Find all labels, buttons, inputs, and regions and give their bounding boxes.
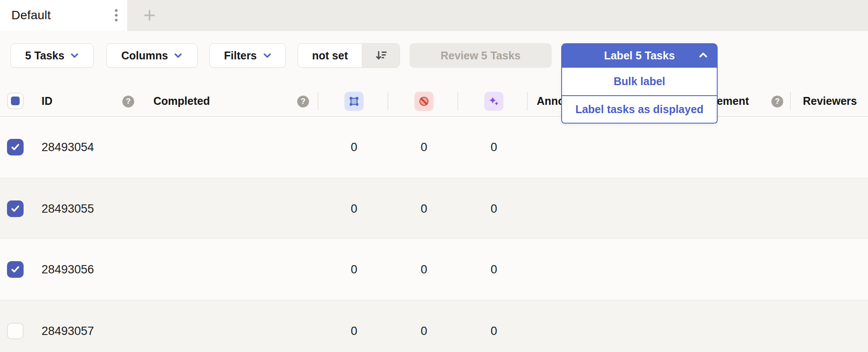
annotations-count-cell: 0 [337, 300, 372, 352]
predictions-count-cell: 0 [476, 117, 511, 178]
label-tasks-label: Label 5 Tasks [604, 49, 675, 62]
column-header-annotations[interactable] [344, 92, 364, 111]
task-id-cell: 28493054 [42, 117, 94, 178]
column-divider [527, 92, 528, 110]
tab-bar-background: + [127, 0, 868, 31]
chevron-down-icon [70, 52, 79, 59]
menu-item-label-tasks-as-displayed[interactable]: Label tasks as displayed [562, 95, 717, 123]
columns-dropdown-button[interactable]: Columns [106, 43, 198, 68]
cancelled-count-cell: 0 [406, 117, 441, 178]
predictions-count-cell: 0 [476, 178, 511, 239]
column-header-id[interactable]: ID [42, 86, 52, 117]
column-header-completed[interactable]: Completed [153, 86, 210, 117]
row-checkbox[interactable] [7, 139, 24, 155]
task-id-cell: 28493057 [42, 300, 94, 352]
table-header: ID ? Completed ? Annotated by Agreement … [0, 86, 868, 117]
table-row[interactable]: 28493055 0 0 0 [0, 178, 868, 239]
task-id-cell: 28493056 [42, 239, 94, 300]
checkmark-icon [10, 266, 20, 273]
table-row[interactable]: 28493056 0 0 0 [0, 239, 868, 300]
tab-default-label: Default [11, 8, 51, 22]
predictions-count-cell: 0 [476, 239, 511, 300]
chevron-down-icon [174, 52, 182, 59]
row-checkbox[interactable] [7, 200, 24, 217]
cancelled-count-cell: 0 [406, 178, 441, 239]
annotations-count-cell: 0 [337, 239, 372, 300]
column-divider [388, 92, 388, 110]
ordering-value-button[interactable]: not set [298, 44, 362, 67]
tasks-count-label: 5 Tasks [25, 49, 65, 62]
add-tab-button[interactable]: + [134, 0, 165, 30]
column-divider [790, 92, 791, 110]
filters-label: Filters [224, 49, 257, 62]
table-row[interactable]: 28493054 0 0 0 [0, 117, 868, 178]
row-checkbox[interactable] [7, 261, 24, 278]
label-tasks-menu: Bulk label Label tasks as displayed [561, 68, 718, 124]
sparkles-predictions-icon [488, 96, 500, 107]
row-checkbox[interactable] [7, 323, 24, 339]
review-tasks-label: Review 5 Tasks [441, 49, 521, 62]
annotations-count-cell: 0 [337, 117, 372, 178]
column-divider [458, 92, 458, 110]
table-row[interactable]: 28493057 0 0 0 [0, 300, 868, 352]
columns-label: Columns [122, 49, 168, 62]
label-tasks-button[interactable]: Label 5 Tasks [561, 43, 718, 68]
column-header-cancelled[interactable] [414, 92, 434, 111]
annotations-count-cell: 0 [337, 178, 372, 239]
chevron-down-icon [263, 52, 271, 59]
checkmark-icon [10, 205, 20, 213]
ordering-control: not set [298, 43, 400, 68]
chevron-up-icon [698, 52, 708, 59]
cancelled-count-cell: 0 [406, 239, 441, 300]
tasks-count-dropdown-button[interactable]: 5 Tasks [10, 43, 94, 68]
column-header-reviewers[interactable]: Reviewers [803, 86, 857, 117]
menu-item-bulk-label[interactable]: Bulk label [562, 68, 717, 95]
predictions-count-cell: 0 [476, 300, 511, 352]
filters-dropdown-button[interactable]: Filters [209, 43, 286, 68]
select-all-checkbox[interactable] [7, 93, 24, 109]
tab-bar: Default + [0, 0, 868, 31]
sort-descending-icon [375, 49, 388, 62]
task-id-cell: 28493055 [42, 178, 94, 239]
help-icon[interactable]: ? [297, 96, 309, 107]
sort-direction-button[interactable] [362, 44, 399, 67]
task-table-body: 28493054 0 0 0 28493055 0 0 0 28493056 0… [0, 117, 868, 352]
column-header-predictions[interactable] [484, 92, 503, 111]
review-tasks-button[interactable]: Review 5 Tasks [410, 43, 552, 68]
column-divider [318, 92, 318, 110]
help-icon[interactable]: ? [771, 96, 783, 107]
tab-menu-kebab-icon[interactable] [108, 6, 125, 24]
checkmark-icon [10, 143, 20, 151]
annotations-region-icon [348, 96, 360, 107]
help-icon[interactable]: ? [122, 96, 134, 107]
cancelled-prohibition-icon [418, 96, 430, 107]
select-all-indeterminate-mark [11, 97, 20, 105]
cancelled-count-cell: 0 [406, 300, 441, 352]
